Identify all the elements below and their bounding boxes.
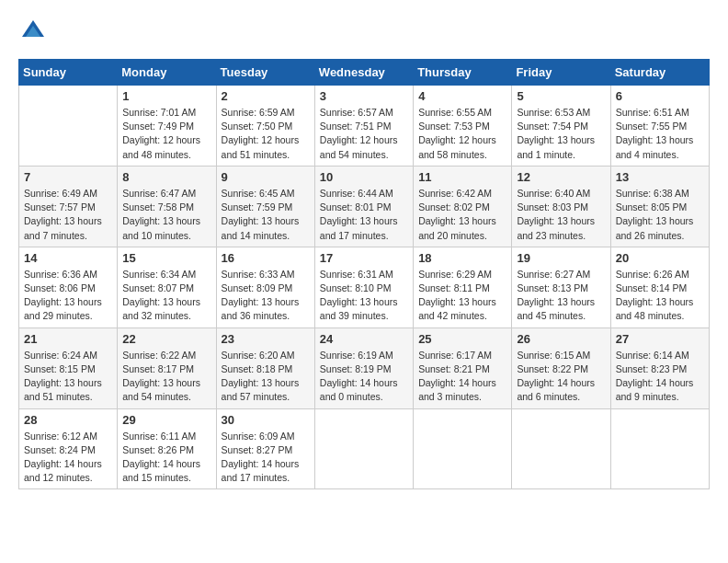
day-number: 24 [320, 332, 408, 346]
day-number: 8 [122, 170, 210, 184]
calendar-cell: 27Sunrise: 6:14 AM Sunset: 8:23 PM Dayli… [610, 327, 709, 408]
calendar-cell: 20Sunrise: 6:26 AM Sunset: 8:14 PM Dayli… [610, 247, 709, 327]
days-of-week-row: SundayMondayTuesdayWednesdayThursdayFrid… [19, 60, 710, 86]
logo [18, 18, 46, 44]
day-number: 6 [616, 89, 704, 103]
calendar-cell: 21Sunrise: 6:24 AM Sunset: 8:15 PM Dayli… [19, 327, 118, 408]
cell-daylight-info: Sunrise: 6:55 AM Sunset: 7:53 PM Dayligh… [418, 106, 506, 162]
calendar-cell: 9Sunrise: 6:45 AM Sunset: 7:59 PM Daylig… [216, 166, 314, 247]
page-header [18, 18, 710, 44]
day-number: 2 [222, 89, 310, 103]
calendar-cell: 19Sunrise: 6:27 AM Sunset: 8:13 PM Dayli… [512, 247, 610, 327]
calendar-cell: 14Sunrise: 6:36 AM Sunset: 8:06 PM Dayli… [19, 247, 118, 327]
cell-daylight-info: Sunrise: 6:47 AM Sunset: 7:58 PM Dayligh… [122, 187, 210, 243]
day-number: 14 [24, 251, 112, 265]
day-number: 23 [222, 332, 310, 346]
calendar-cell: 1Sunrise: 7:01 AM Sunset: 7:49 PM Daylig… [118, 86, 216, 167]
cell-daylight-info: Sunrise: 6:14 AM Sunset: 8:23 PM Dayligh… [616, 349, 704, 405]
cell-daylight-info: Sunrise: 6:26 AM Sunset: 8:14 PM Dayligh… [616, 268, 704, 324]
logo-icon [20, 18, 46, 44]
day-of-week-header: Saturday [610, 60, 709, 86]
calendar-cell: 4Sunrise: 6:55 AM Sunset: 7:53 PM Daylig… [414, 86, 512, 167]
calendar-week-row: 21Sunrise: 6:24 AM Sunset: 8:15 PM Dayli… [19, 327, 710, 408]
cell-daylight-info: Sunrise: 6:34 AM Sunset: 8:07 PM Dayligh… [122, 268, 210, 324]
day-number: 11 [418, 170, 506, 184]
calendar-table: SundayMondayTuesdayWednesdayThursdayFrid… [18, 59, 710, 489]
cell-daylight-info: Sunrise: 6:57 AM Sunset: 7:51 PM Dayligh… [320, 106, 408, 162]
day-of-week-header: Tuesday [216, 60, 314, 86]
calendar-cell: 25Sunrise: 6:17 AM Sunset: 8:21 PM Dayli… [414, 327, 512, 408]
cell-daylight-info: Sunrise: 6:27 AM Sunset: 8:13 PM Dayligh… [517, 268, 605, 324]
calendar-cell [610, 408, 709, 489]
day-number: 26 [517, 332, 605, 346]
calendar-week-row: 28Sunrise: 6:12 AM Sunset: 8:24 PM Dayli… [19, 408, 710, 489]
calendar-cell [512, 408, 610, 489]
calendar-cell: 17Sunrise: 6:31 AM Sunset: 8:10 PM Dayli… [314, 247, 413, 327]
cell-daylight-info: Sunrise: 6:17 AM Sunset: 8:21 PM Dayligh… [418, 349, 506, 405]
cell-daylight-info: Sunrise: 6:38 AM Sunset: 8:05 PM Dayligh… [616, 187, 704, 243]
calendar-cell: 2Sunrise: 6:59 AM Sunset: 7:50 PM Daylig… [216, 86, 314, 167]
calendar-week-row: 14Sunrise: 6:36 AM Sunset: 8:06 PM Dayli… [19, 247, 710, 327]
cell-daylight-info: Sunrise: 6:12 AM Sunset: 8:24 PM Dayligh… [24, 430, 112, 486]
cell-daylight-info: Sunrise: 6:45 AM Sunset: 7:59 PM Dayligh… [222, 187, 310, 243]
day-number: 20 [616, 251, 704, 265]
calendar-cell: 18Sunrise: 6:29 AM Sunset: 8:11 PM Dayli… [414, 247, 512, 327]
day-number: 18 [418, 251, 506, 265]
cell-daylight-info: Sunrise: 7:01 AM Sunset: 7:49 PM Dayligh… [122, 106, 210, 162]
cell-daylight-info: Sunrise: 6:31 AM Sunset: 8:10 PM Dayligh… [320, 268, 408, 324]
day-number: 19 [517, 251, 605, 265]
day-number: 5 [517, 89, 605, 103]
cell-daylight-info: Sunrise: 6:36 AM Sunset: 8:06 PM Dayligh… [24, 268, 112, 324]
cell-daylight-info: Sunrise: 6:44 AM Sunset: 8:01 PM Dayligh… [320, 187, 408, 243]
day-number: 15 [122, 251, 210, 265]
calendar-cell: 13Sunrise: 6:38 AM Sunset: 8:05 PM Dayli… [610, 166, 709, 247]
cell-daylight-info: Sunrise: 6:42 AM Sunset: 8:02 PM Dayligh… [418, 187, 506, 243]
calendar-body: 1Sunrise: 7:01 AM Sunset: 7:49 PM Daylig… [19, 86, 710, 489]
calendar-header: SundayMondayTuesdayWednesdayThursdayFrid… [19, 60, 710, 86]
calendar-cell [314, 408, 413, 489]
calendar-cell: 29Sunrise: 6:11 AM Sunset: 8:26 PM Dayli… [118, 408, 216, 489]
day-number: 27 [616, 332, 704, 346]
cell-daylight-info: Sunrise: 6:40 AM Sunset: 8:03 PM Dayligh… [517, 187, 605, 243]
day-number: 22 [122, 332, 210, 346]
calendar-cell: 30Sunrise: 6:09 AM Sunset: 8:27 PM Dayli… [216, 408, 314, 489]
cell-daylight-info: Sunrise: 6:19 AM Sunset: 8:19 PM Dayligh… [320, 349, 408, 405]
day-number: 30 [222, 413, 310, 427]
cell-daylight-info: Sunrise: 6:20 AM Sunset: 8:18 PM Dayligh… [222, 349, 310, 405]
day-of-week-header: Friday [512, 60, 610, 86]
cell-daylight-info: Sunrise: 6:24 AM Sunset: 8:15 PM Dayligh… [24, 349, 112, 405]
day-number: 12 [517, 170, 605, 184]
calendar-cell: 5Sunrise: 6:53 AM Sunset: 7:54 PM Daylig… [512, 86, 610, 167]
calendar-cell: 7Sunrise: 6:49 AM Sunset: 7:57 PM Daylig… [19, 166, 118, 247]
day-number: 25 [418, 332, 506, 346]
cell-daylight-info: Sunrise: 6:09 AM Sunset: 8:27 PM Dayligh… [222, 430, 310, 486]
day-number: 17 [320, 251, 408, 265]
cell-daylight-info: Sunrise: 6:11 AM Sunset: 8:26 PM Dayligh… [122, 430, 210, 486]
calendar-cell: 22Sunrise: 6:22 AM Sunset: 8:17 PM Dayli… [118, 327, 216, 408]
day-number: 16 [222, 251, 310, 265]
calendar-cell: 23Sunrise: 6:20 AM Sunset: 8:18 PM Dayli… [216, 327, 314, 408]
calendar-cell: 15Sunrise: 6:34 AM Sunset: 8:07 PM Dayli… [118, 247, 216, 327]
calendar-week-row: 7Sunrise: 6:49 AM Sunset: 7:57 PM Daylig… [19, 166, 710, 247]
calendar-cell: 8Sunrise: 6:47 AM Sunset: 7:58 PM Daylig… [118, 166, 216, 247]
day-number: 10 [320, 170, 408, 184]
calendar-cell: 12Sunrise: 6:40 AM Sunset: 8:03 PM Dayli… [512, 166, 610, 247]
calendar-cell: 26Sunrise: 6:15 AM Sunset: 8:22 PM Dayli… [512, 327, 610, 408]
day-number: 4 [418, 89, 506, 103]
day-number: 28 [24, 413, 112, 427]
day-number: 3 [320, 89, 408, 103]
cell-daylight-info: Sunrise: 6:59 AM Sunset: 7:50 PM Dayligh… [222, 106, 310, 162]
cell-daylight-info: Sunrise: 6:51 AM Sunset: 7:55 PM Dayligh… [616, 106, 704, 162]
cell-daylight-info: Sunrise: 6:15 AM Sunset: 8:22 PM Dayligh… [517, 349, 605, 405]
cell-daylight-info: Sunrise: 6:49 AM Sunset: 7:57 PM Dayligh… [24, 187, 112, 243]
cell-daylight-info: Sunrise: 6:22 AM Sunset: 8:17 PM Dayligh… [122, 349, 210, 405]
day-number: 13 [616, 170, 704, 184]
calendar-cell: 6Sunrise: 6:51 AM Sunset: 7:55 PM Daylig… [610, 86, 709, 167]
cell-daylight-info: Sunrise: 6:29 AM Sunset: 8:11 PM Dayligh… [418, 268, 506, 324]
calendar-week-row: 1Sunrise: 7:01 AM Sunset: 7:49 PM Daylig… [19, 86, 710, 167]
day-of-week-header: Sunday [19, 60, 118, 86]
day-number: 21 [24, 332, 112, 346]
day-of-week-header: Thursday [414, 60, 512, 86]
calendar-cell: 16Sunrise: 6:33 AM Sunset: 8:09 PM Dayli… [216, 247, 314, 327]
cell-daylight-info: Sunrise: 6:33 AM Sunset: 8:09 PM Dayligh… [222, 268, 310, 324]
